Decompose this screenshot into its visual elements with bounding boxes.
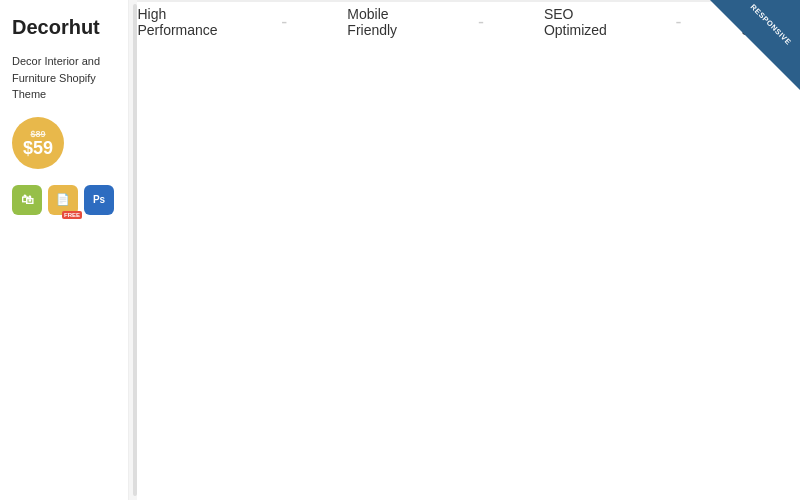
responsive-badge-container: RESPONSIVE [710,0,800,90]
new-price: $59 [23,139,53,157]
free-badge: FREE [62,211,82,219]
left-panel: Decorhut Decor Interior and Furniture Sh… [0,0,129,500]
feature-mobile-text: Mobile Friendly [347,6,418,38]
platform-icons: 🛍 📄 FREE Ps [12,185,116,215]
mobile-trending: Featured Sofas $245 $148 [135,183,137,222]
main-container: RESPONSIVE Decorhut Decor Interior and F… [0,0,800,500]
feature-seo-text: SEO Optimized [544,6,616,38]
bottom-bar: High Performance - Mobile Friendly - SEO… [137,0,800,42]
mobile-categories: Sofas Lamps Beds Tables [135,146,137,166]
mobile-product-section: Wooden Chair 15% Off Featured [135,100,137,146]
old-price-badge: $89 [30,129,45,139]
price-container: $89 $59 [12,117,116,169]
content-area: Decorhut Decor Interior and Furniture Sh… [0,0,800,500]
theme-description: Decor Interior and Furniture Shopify The… [12,53,116,103]
feature-performance-text: High Performance [137,6,221,38]
shopify-icon[interactable]: 🛍 [12,185,42,215]
separator-1: - [281,12,287,33]
mobile-mockup: Decorhut Get Up to 30% Off Buy Wooden So… [133,4,137,496]
bottom-feature-seo: SEO Optimized [544,6,616,38]
screenshots-area: Decorhut Get Up to 30% Off Buy Wooden So… [129,0,137,500]
separator-3: - [676,12,682,33]
ps-icon[interactable]: Ps [84,185,114,215]
separator-2: - [478,12,484,33]
bottom-feature-performance: High Performance [137,6,221,38]
mobile-trending-title: Trending Products [135,166,137,183]
brand-title: Decorhut [12,16,116,39]
docs-icon[interactable]: 📄 FREE [48,185,78,215]
ps-label: Ps [93,194,105,205]
price-badge: $89 $59 [12,117,64,169]
bottom-feature-mobile: Mobile Friendly [347,6,418,38]
